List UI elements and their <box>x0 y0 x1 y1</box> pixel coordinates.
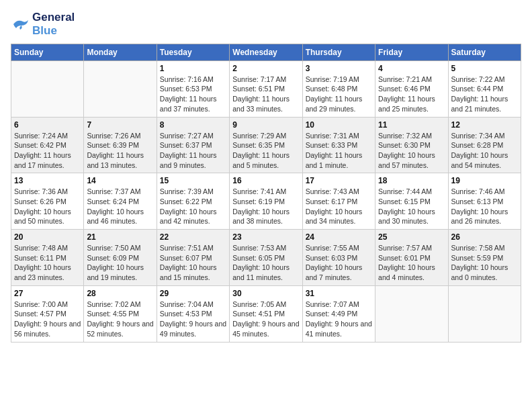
day-number: 4 <box>378 64 445 73</box>
day-info: Sunrise: 7:31 AMSunset: 6:33 PMDaylight:… <box>306 131 372 171</box>
calendar-cell: 31Sunrise: 7:07 AMSunset: 4:49 PMDayligh… <box>302 285 375 342</box>
day-info: Sunrise: 7:21 AMSunset: 6:46 PMDaylight:… <box>378 75 445 114</box>
calendar-cell: 19Sunrise: 7:46 AMSunset: 6:13 PMDayligh… <box>448 173 521 230</box>
calendar-cell: 4Sunrise: 7:21 AMSunset: 6:46 PMDaylight… <box>375 60 448 117</box>
logo-icon <box>11 16 30 32</box>
logo: General Blue <box>11 11 75 38</box>
calendar-cell: 13Sunrise: 7:36 AMSunset: 6:26 PMDayligh… <box>11 173 84 230</box>
day-number: 22 <box>160 232 226 242</box>
day-number: 1 <box>160 64 226 73</box>
day-info: Sunrise: 7:17 AMSunset: 6:51 PMDaylight:… <box>232 75 299 114</box>
calendar-cell: 27Sunrise: 7:00 AMSunset: 4:57 PMDayligh… <box>11 285 84 342</box>
calendar-cell <box>84 60 157 117</box>
day-info: Sunrise: 7:24 AMSunset: 6:42 PMDaylight:… <box>14 131 81 171</box>
day-number: 14 <box>87 176 153 185</box>
day-number: 27 <box>14 289 81 298</box>
day-number: 30 <box>232 289 299 298</box>
calendar-week-3: 20Sunrise: 7:48 AMSunset: 6:11 PMDayligh… <box>11 230 521 286</box>
calendar-cell: 21Sunrise: 7:50 AMSunset: 6:09 PMDayligh… <box>84 230 157 286</box>
calendar-cell: 1Sunrise: 7:16 AMSunset: 6:53 PMDaylight… <box>157 60 229 117</box>
calendar-cell: 9Sunrise: 7:29 AMSunset: 6:35 PMDaylight… <box>230 117 302 173</box>
calendar-cell: 6Sunrise: 7:24 AMSunset: 6:42 PMDaylight… <box>11 117 84 173</box>
calendar-cell: 29Sunrise: 7:04 AMSunset: 4:53 PMDayligh… <box>157 285 229 342</box>
day-number: 8 <box>160 120 226 130</box>
day-info: Sunrise: 7:53 AMSunset: 6:05 PMDaylight:… <box>232 243 299 283</box>
weekday-header-sunday: Sunday <box>11 44 84 60</box>
day-number: 13 <box>14 176 81 185</box>
calendar-cell: 23Sunrise: 7:53 AMSunset: 6:05 PMDayligh… <box>230 230 302 286</box>
weekday-header-wednesday: Wednesday <box>230 44 302 60</box>
day-info: Sunrise: 7:48 AMSunset: 6:11 PMDaylight:… <box>14 243 81 283</box>
calendar-cell: 11Sunrise: 7:32 AMSunset: 6:30 PMDayligh… <box>375 117 448 173</box>
day-number: 21 <box>87 232 153 242</box>
day-number: 3 <box>306 64 372 73</box>
calendar-cell: 10Sunrise: 7:31 AMSunset: 6:33 PMDayligh… <box>302 117 375 173</box>
day-number: 6 <box>14 120 81 130</box>
calendar-cell: 26Sunrise: 7:58 AMSunset: 5:59 PMDayligh… <box>448 230 521 286</box>
calendar-week-4: 27Sunrise: 7:00 AMSunset: 4:57 PMDayligh… <box>11 285 521 342</box>
calendar-cell: 14Sunrise: 7:37 AMSunset: 6:24 PMDayligh… <box>84 173 157 230</box>
weekday-header-row: SundayMondayTuesdayWednesdayThursdayFrid… <box>11 44 521 60</box>
day-number: 9 <box>232 120 299 130</box>
calendar-cell <box>375 285 448 342</box>
day-info: Sunrise: 7:39 AMSunset: 6:22 PMDaylight:… <box>160 187 226 226</box>
day-info: Sunrise: 7:51 AMSunset: 6:07 PMDaylight:… <box>160 243 226 283</box>
day-info: Sunrise: 7:58 AMSunset: 5:59 PMDaylight:… <box>451 243 518 283</box>
logo-text: General Blue <box>32 11 75 38</box>
weekday-header-tuesday: Tuesday <box>157 44 229 60</box>
weekday-header-saturday: Saturday <box>448 44 521 60</box>
day-number: 29 <box>160 289 226 298</box>
day-info: Sunrise: 7:50 AMSunset: 6:09 PMDaylight:… <box>87 243 153 283</box>
day-info: Sunrise: 7:27 AMSunset: 6:37 PMDaylight:… <box>160 131 226 171</box>
calendar-cell: 2Sunrise: 7:17 AMSunset: 6:51 PMDaylight… <box>230 60 302 117</box>
day-info: Sunrise: 7:00 AMSunset: 4:57 PMDaylight:… <box>14 300 81 339</box>
calendar-cell <box>448 285 521 342</box>
day-number: 25 <box>378 232 445 242</box>
calendar-cell: 7Sunrise: 7:26 AMSunset: 6:39 PMDaylight… <box>84 117 157 173</box>
calendar-cell: 12Sunrise: 7:34 AMSunset: 6:28 PMDayligh… <box>448 117 521 173</box>
day-number: 11 <box>378 120 445 130</box>
day-info: Sunrise: 7:29 AMSunset: 6:35 PMDaylight:… <box>232 131 299 171</box>
calendar-week-0: 1Sunrise: 7:16 AMSunset: 6:53 PMDaylight… <box>11 60 521 117</box>
day-info: Sunrise: 7:22 AMSunset: 6:44 PMDaylight:… <box>451 75 518 114</box>
day-info: Sunrise: 7:07 AMSunset: 4:49 PMDaylight:… <box>306 300 372 339</box>
day-number: 24 <box>306 232 372 242</box>
calendar-cell: 5Sunrise: 7:22 AMSunset: 6:44 PMDaylight… <box>448 60 521 117</box>
day-info: Sunrise: 7:36 AMSunset: 6:26 PMDaylight:… <box>14 187 81 226</box>
day-number: 23 <box>232 232 299 242</box>
day-info: Sunrise: 7:04 AMSunset: 4:53 PMDaylight:… <box>160 300 226 339</box>
calendar-cell: 24Sunrise: 7:55 AMSunset: 6:03 PMDayligh… <box>302 230 375 286</box>
day-number: 12 <box>451 120 518 130</box>
day-info: Sunrise: 7:55 AMSunset: 6:03 PMDaylight:… <box>306 243 372 283</box>
day-info: Sunrise: 7:37 AMSunset: 6:24 PMDaylight:… <box>87 187 153 226</box>
day-number: 31 <box>306 289 372 298</box>
calendar-cell <box>11 60 84 117</box>
calendar-cell: 16Sunrise: 7:41 AMSunset: 6:19 PMDayligh… <box>230 173 302 230</box>
day-info: Sunrise: 7:41 AMSunset: 6:19 PMDaylight:… <box>232 187 299 226</box>
day-info: Sunrise: 7:32 AMSunset: 6:30 PMDaylight:… <box>378 131 445 171</box>
calendar-cell: 22Sunrise: 7:51 AMSunset: 6:07 PMDayligh… <box>157 230 229 286</box>
day-info: Sunrise: 7:43 AMSunset: 6:17 PMDaylight:… <box>306 187 372 226</box>
page-header: General Blue <box>11 11 521 38</box>
day-number: 18 <box>378 176 445 185</box>
calendar-cell: 20Sunrise: 7:48 AMSunset: 6:11 PMDayligh… <box>11 230 84 286</box>
weekday-header-thursday: Thursday <box>302 44 375 60</box>
day-number: 10 <box>306 120 372 130</box>
weekday-header-monday: Monday <box>84 44 157 60</box>
day-number: 7 <box>87 120 153 130</box>
day-number: 20 <box>14 232 81 242</box>
day-info: Sunrise: 7:16 AMSunset: 6:53 PMDaylight:… <box>160 75 226 114</box>
calendar-week-1: 6Sunrise: 7:24 AMSunset: 6:42 PMDaylight… <box>11 117 521 173</box>
day-number: 17 <box>306 176 372 185</box>
day-info: Sunrise: 7:46 AMSunset: 6:13 PMDaylight:… <box>451 187 518 226</box>
day-info: Sunrise: 7:57 AMSunset: 6:01 PMDaylight:… <box>378 243 445 283</box>
calendar-cell: 3Sunrise: 7:19 AMSunset: 6:48 PMDaylight… <box>302 60 375 117</box>
day-number: 28 <box>87 289 153 298</box>
day-info: Sunrise: 7:19 AMSunset: 6:48 PMDaylight:… <box>306 75 372 114</box>
day-number: 15 <box>160 176 226 185</box>
calendar-cell: 15Sunrise: 7:39 AMSunset: 6:22 PMDayligh… <box>157 173 229 230</box>
day-number: 26 <box>451 232 518 242</box>
day-number: 5 <box>451 64 518 73</box>
calendar-cell: 17Sunrise: 7:43 AMSunset: 6:17 PMDayligh… <box>302 173 375 230</box>
calendar-week-2: 13Sunrise: 7:36 AMSunset: 6:26 PMDayligh… <box>11 173 521 230</box>
